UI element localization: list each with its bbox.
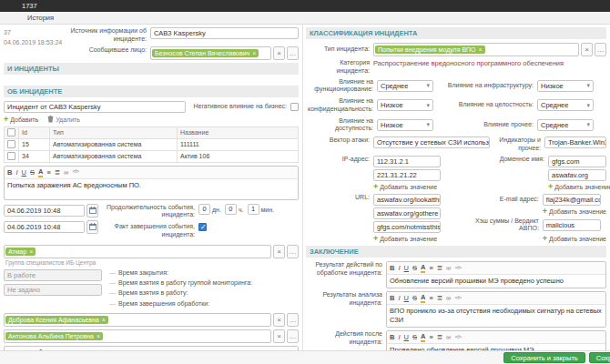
verdict-value-input[interactable]: malicious: [543, 219, 601, 231]
text-color-icon[interactable]: A: [421, 263, 425, 273]
impact-integrity-select[interactable]: Среднее: [537, 99, 594, 111]
remove-type-icon[interactable]: [479, 46, 483, 53]
underline-icon[interactable]: U: [22, 168, 26, 177]
remove-group-icon[interactable]: [29, 248, 33, 255]
analysis-text[interactable]: ВПО проникло из-за отсутствия необходимы…: [387, 305, 605, 327]
add-ip-value-button[interactable]: Добавить значение: [373, 183, 441, 191]
bold-icon[interactable]: B: [7, 168, 12, 177]
add-email-value-button[interactable]: Добавить значение: [543, 207, 606, 216]
section-header-incident-info[interactable]: ОБ ИНЦИДЕНТЕ: [4, 86, 299, 97]
strikethrough-icon[interactable]: S: [412, 294, 417, 302]
underline-icon[interactable]: U: [404, 294, 409, 302]
code-icon[interactable]: </>: [454, 265, 461, 271]
end-calendar-button[interactable]: [86, 220, 98, 234]
source-input[interactable]: САВЗ Kaspersky: [150, 27, 299, 39]
ip-value-input[interactable]: 221.31.21.22: [373, 169, 441, 181]
section-header-events-incidents[interactable]: И ИНЦИДЕНТЫ: [4, 63, 299, 75]
incident-title-input[interactable]: Инцидент от САВЗ Kaspersky: [4, 101, 186, 113]
duration-minutes-input[interactable]: 1: [248, 204, 259, 215]
browse-assignee-button[interactable]: …: [287, 313, 299, 327]
start-datetime-input[interactable]: 04.06.2019 10:48: [4, 205, 85, 217]
duration-hours-input[interactable]: 0: [225, 204, 237, 215]
impact-availability-select[interactable]: Низкое: [377, 119, 433, 131]
text-color-icon[interactable]: A: [421, 332, 425, 342]
code-icon[interactable]: </>: [72, 168, 78, 175]
clear-group-button[interactable]: ×: [273, 245, 285, 258]
table-row[interactable]: 34 Автоматизированная система Актив 106: [5, 150, 299, 162]
browse-assignee-button[interactable]: …: [287, 329, 299, 343]
bullet-list-icon[interactable]: ≡: [429, 264, 432, 272]
finished-checkbox[interactable]: [198, 223, 207, 231]
text-color-icon[interactable]: A: [38, 167, 43, 177]
italic-icon[interactable]: I: [398, 333, 400, 341]
url-value-input[interactable]: aswafav.org/lookatthis: [373, 194, 441, 206]
start-calendar-button[interactable]: [86, 204, 98, 217]
domain-value-input[interactable]: aswafav.org: [548, 169, 606, 181]
impact-infrastructure-select[interactable]: Низкое: [537, 80, 594, 92]
bullet-list-icon[interactable]: ≡: [429, 333, 432, 341]
impact-confidentiality-select[interactable]: Низкое: [377, 99, 433, 111]
remove-assignee-icon[interactable]: [97, 333, 100, 339]
indicators-input[interactable]: Trojan-Banker.Win32.Agent.: [544, 136, 606, 148]
assignee-field[interactable]: Антонова Альбина Петровна: [4, 329, 271, 343]
clear-type-button[interactable]: ×: [581, 43, 593, 56]
browse-type-button[interactable]: …: [595, 43, 606, 56]
link-icon[interactable]: ∞: [64, 168, 68, 177]
numbered-list-icon[interactable]: ≣: [437, 264, 442, 272]
strikethrough-icon[interactable]: S: [412, 333, 417, 341]
strikethrough-icon[interactable]: S: [412, 264, 417, 272]
url-value-input[interactable]: aswafav.org/gothere: [373, 207, 441, 219]
link-icon[interactable]: ∞: [446, 294, 451, 302]
strikethrough-icon[interactable]: S: [30, 168, 35, 177]
bullet-list-icon[interactable]: ≡: [429, 294, 432, 302]
description-text[interactable]: Попытка заражения АС вредоносным ПО.: [5, 179, 298, 199]
text-color-icon[interactable]: A: [421, 293, 425, 303]
remove-reporter-icon[interactable]: [252, 50, 256, 56]
asset-row-checkbox[interactable]: [7, 152, 15, 160]
browse-reporter-button[interactable]: …: [287, 46, 299, 60]
table-row[interactable]: 15 Автоматизированная система 111111: [5, 138, 299, 150]
delete-asset-button[interactable]: Удалить: [47, 116, 80, 123]
numbered-list-icon[interactable]: ≣: [437, 333, 442, 341]
result-text[interactable]: Обновление версий прошивки МЭ проведено …: [387, 275, 605, 288]
underline-icon[interactable]: U: [404, 264, 409, 272]
bold-icon[interactable]: B: [390, 294, 394, 302]
italic-icon[interactable]: I: [398, 264, 400, 272]
tab-history[interactable]: История: [27, 14, 54, 22]
numbered-list-icon[interactable]: ≣: [55, 168, 60, 177]
browse-group-button[interactable]: …: [287, 245, 299, 258]
bold-icon[interactable]: B: [390, 333, 394, 341]
ip-value-input[interactable]: 112.31.2.1: [373, 156, 441, 167]
clear-assignee-button[interactable]: ×: [273, 313, 285, 327]
save-button[interactable]: Сохранить: [589, 352, 610, 363]
add-domain-value-button[interactable]: Добавить значение: [548, 183, 606, 191]
numbered-list-icon[interactable]: ≣: [437, 294, 442, 302]
end-datetime-input[interactable]: 04.06.2019 10:48: [4, 221, 85, 233]
post-actions-text[interactable]: Проведено обновление версий прошивки МЭ: [387, 344, 605, 350]
impact-functioning-select[interactable]: Среднее: [377, 80, 433, 92]
attack-vector-input[interactable]: Отсутствие у сетевых СЗИ используемых си…: [373, 136, 490, 148]
remove-assignee-icon[interactable]: [102, 317, 106, 323]
underline-icon[interactable]: U: [404, 333, 409, 341]
asset-row-checkbox[interactable]: [7, 140, 15, 148]
assets-select-all-checkbox[interactable]: [7, 128, 15, 136]
save-close-button[interactable]: Сохранить и закрыть: [503, 352, 585, 363]
add-url-value-button[interactable]: Добавить значение: [373, 235, 441, 243]
section-header-conclusion[interactable]: ЗАКЛЮЧЕНИЕ: [306, 246, 606, 258]
url-value-input[interactable]: gfgs.com/notmissthis: [373, 221, 441, 233]
italic-icon[interactable]: I: [15, 168, 17, 177]
reporter-field[interactable]: Безносов Степан Вячеславович: [150, 46, 271, 60]
clear-assignee-button[interactable]: ×: [273, 329, 285, 343]
link-icon[interactable]: ∞: [446, 264, 451, 272]
italic-icon[interactable]: I: [398, 294, 400, 302]
assignee-field[interactable]: Доброва Ксения Афанасьевна: [4, 313, 271, 327]
bold-icon[interactable]: B: [390, 264, 394, 272]
incident-type-field[interactable]: Попытки внедрения модуля ВПО: [373, 43, 579, 56]
code-icon[interactable]: </>: [454, 334, 461, 340]
group-field[interactable]: Атмар: [4, 245, 271, 258]
duration-days-input[interactable]: 0: [198, 204, 210, 215]
section-header-classification[interactable]: КЛАССИФИКАЦИЯ ИНЦИДЕНТА: [306, 27, 606, 39]
incident-category-link[interactable]: Распространение вредоносного программног…: [373, 59, 606, 68]
link-icon[interactable]: ∞: [446, 333, 451, 341]
negative-impact-checkbox[interactable]: [290, 103, 299, 111]
